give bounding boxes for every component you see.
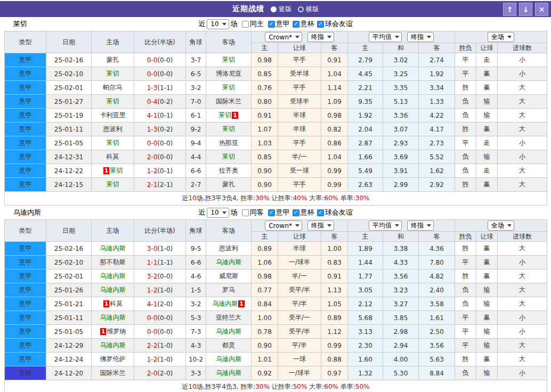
score-cell: 4-1(0-1): [134, 109, 186, 123]
bookmaker-select[interactable]: Crown*: [265, 220, 302, 231]
result-handicap-cell: 赢: [476, 270, 498, 283]
match-row: 意甲25-01-211科莫4-1(2-0)3-2乌迪内斯10.84平/半1.05…: [5, 297, 547, 311]
scope-select[interactable]: 全场: [488, 220, 514, 231]
halftime-score: (1-0): [157, 287, 173, 294]
scope-select[interactable]: 全场: [488, 32, 514, 42]
fulltime-score: 1-3: [147, 126, 158, 133]
odds-home-cell: 1.03: [252, 136, 278, 150]
result-handicap-cell: 输: [476, 95, 498, 109]
score-cell: 2-0(0-0): [134, 150, 186, 164]
result-goals-cell: 小: [498, 311, 547, 325]
away-team-name: 莱切: [222, 153, 235, 160]
checkbox-icon: ✓: [317, 21, 324, 28]
score-cell: 0-0(0-0): [134, 136, 186, 150]
league-cell: 意甲: [5, 136, 46, 150]
avg-away-cell: 1.33: [419, 95, 455, 109]
date-cell: 25-01-26: [46, 283, 92, 297]
close-button[interactable]: ✕: [535, 3, 548, 16]
avg-home-cell: 1.77: [348, 270, 383, 283]
odds-handicap-cell: 受半球: [278, 67, 321, 81]
chevron-down-icon: [507, 36, 512, 38]
halftime-score: (2-1): [157, 181, 173, 189]
radio-unselected-icon: [298, 6, 304, 12]
average-select[interactable]: 平均值: [369, 32, 402, 42]
league-filter-checkbox[interactable]: ✓意杯: [293, 19, 314, 29]
league-filter-checkboxes: ✓意甲✓意杯✓球会友谊: [265, 19, 353, 29]
odds-handicap-cell: 半球: [278, 109, 321, 123]
league-filter-checkbox[interactable]: ✓球会友谊: [317, 19, 353, 29]
summary-part: 10: [189, 194, 197, 202]
match-count-select[interactable]: 10: [207, 19, 229, 29]
home-team-name: 乌迪内斯: [100, 244, 126, 252]
avg-stage-select[interactable]: 终指: [407, 32, 434, 42]
layout-radio-vertical[interactable]: 竖版: [271, 5, 291, 14]
result-outcome-cell: 负: [455, 95, 476, 109]
result-group-header: 全场: [455, 220, 547, 232]
odds-handicap-cell: 受球半: [278, 95, 321, 109]
col-home: 主场: [92, 220, 134, 242]
summary-part: 场,胜3平3负4, 胜率:: [197, 194, 255, 202]
avg-away-cell: 2.50: [419, 325, 455, 339]
move-up-button[interactable]: ↑: [503, 3, 516, 16]
league-filter-checkbox[interactable]: ✓意杯: [293, 208, 314, 217]
corners-cell: 4-3: [186, 339, 206, 353]
away-team-cell: 莱切: [206, 150, 252, 164]
layout-radio-horizontal[interactable]: 横版: [298, 5, 319, 14]
score-cell: 1-2(1-0): [134, 283, 186, 297]
summary-part: 50%: [293, 383, 307, 390]
league-filter-checkbox[interactable]: ✓球会友谊: [317, 208, 353, 217]
odds-away-cell: 0.91: [321, 53, 348, 67]
odds-home-cell: 0.92: [252, 366, 278, 380]
corners-cell: 9-5: [186, 242, 206, 256]
date-cell: 25-02-10: [46, 256, 92, 270]
away-team-name: 恩波利: [219, 244, 238, 252]
league-filter-checkbox[interactable]: ✓意甲: [268, 208, 290, 217]
chevron-down-icon: [327, 36, 331, 38]
avg-stage-select[interactable]: 终指: [407, 220, 434, 231]
date-cell: 25-02-16: [46, 242, 92, 256]
odds-stage-select[interactable]: 终指: [307, 220, 334, 231]
col-result-outcome: 胜负: [455, 43, 476, 53]
fulltime-score: 1-2: [147, 356, 158, 363]
home-team-name: 莱切: [110, 167, 123, 174]
home-team-name: 那不勒斯: [100, 258, 126, 266]
fulltime-score: 2-2: [147, 342, 158, 349]
fulltime-score: 0-0: [147, 314, 158, 322]
score-cell: 2-1(2-1): [134, 178, 186, 192]
odds-home-cell: 0.98: [252, 270, 278, 283]
corners-cell: 3-3: [186, 366, 206, 380]
avg-home-cell: 2.87: [348, 136, 383, 150]
move-down-button[interactable]: ↓: [519, 3, 532, 16]
summary-part: 30%: [255, 194, 270, 202]
league-filter-checkboxes: ✓意甲✓意杯✓球会友谊: [265, 208, 353, 217]
odds-away-cell: 0.98: [321, 109, 348, 123]
team-name: 乌迪内斯: [13, 208, 41, 217]
halftime-score: (1-1): [157, 84, 173, 92]
match-count-select[interactable]: 10: [207, 208, 229, 218]
avg-away-cell: 7.80: [419, 256, 455, 270]
match-row: 意甲24-12-29乌迪内斯2-2(1-0)4-3都灵0.90平/半0.992.…: [5, 339, 547, 353]
odds-home-cell: 0.90: [252, 178, 278, 192]
score-cell: 1-3(0-2): [134, 123, 186, 136]
away-team-cell: 乌迪内斯: [206, 366, 252, 380]
odds-stage-select[interactable]: 终指: [307, 32, 334, 42]
league-cell: 意甲: [5, 178, 46, 192]
league-filter-checkbox[interactable]: ✓意甲: [268, 19, 290, 29]
checkbox-icon: [242, 21, 249, 28]
same-venue-checkbox[interactable]: 同客: [242, 208, 264, 217]
avg-away-cell: 2.40: [419, 283, 455, 297]
date-cell: 24-12-20: [46, 366, 92, 380]
bookmaker-select[interactable]: Crown*: [265, 32, 302, 42]
league-cell: 意甲: [5, 311, 46, 325]
home-team-name: 乌迪内斯: [100, 314, 126, 321]
league-cell: 意甲: [5, 325, 46, 339]
fulltime-score: 1-3: [147, 84, 158, 92]
odds-away-cell: 0.91: [321, 270, 348, 283]
corners-cell: 6-5: [186, 67, 206, 81]
away-team-name: 莱切: [218, 111, 231, 119]
avg-draw-cell: 3.56: [383, 270, 419, 283]
result-outcome-cell: 负: [455, 297, 476, 311]
average-select[interactable]: 平均值: [369, 220, 402, 231]
home-team-cell: 1维罗纳: [92, 325, 134, 339]
same-venue-checkbox[interactable]: 同主: [242, 19, 264, 29]
